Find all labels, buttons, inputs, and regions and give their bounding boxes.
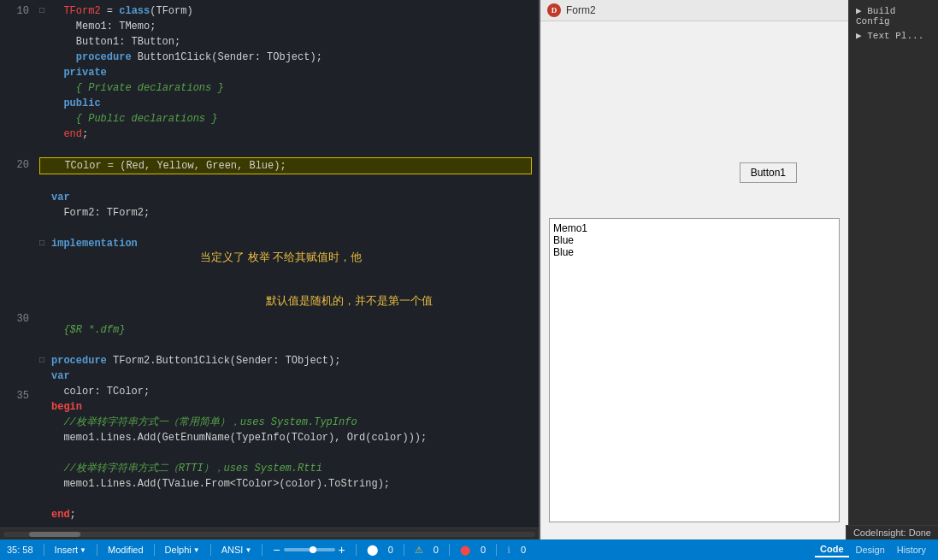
memo-line-1: Memo1 bbox=[553, 222, 835, 234]
code-line-38 bbox=[39, 492, 532, 507]
tab-history-button[interactable]: History bbox=[892, 543, 931, 557]
code-line-37: memo1.Lines.Add(TValue.From<TColor>(colo… bbox=[39, 476, 532, 492]
tab-code-button[interactable]: Code bbox=[815, 542, 849, 557]
code-lines[interactable]: □ TForm2 = class(TForm) Memo1: TMemo; Bu… bbox=[32, 0, 539, 526]
warning-count: 0 bbox=[434, 545, 439, 555]
encoding-label: ANSI bbox=[221, 545, 244, 555]
code-line-15: { Private declarations } bbox=[39, 80, 532, 96]
code-line-25: □ implementation 当定义了 枚举 不给其赋值时，他 bbox=[39, 236, 532, 280]
code-line-31: color: TColor; bbox=[39, 384, 532, 399]
code-line-22: var bbox=[39, 190, 532, 205]
code-line-28 bbox=[39, 338, 532, 353]
divider-9 bbox=[496, 544, 497, 556]
circle-indicator: ⬤ bbox=[367, 544, 378, 556]
code-line-29: □ procedure TForm2.Button1Click(Sender: … bbox=[39, 353, 532, 368]
divider-2 bbox=[97, 544, 97, 556]
insert-mode-label: Insert bbox=[55, 545, 79, 555]
code-line-16: public bbox=[39, 96, 532, 111]
code-line-23: Form2: TForm2; bbox=[39, 205, 532, 221]
code-line-30: var bbox=[39, 368, 532, 384]
zoom-number: 0 bbox=[388, 545, 393, 555]
divider-4 bbox=[210, 544, 211, 556]
form-button1[interactable]: Button1 bbox=[740, 162, 797, 183]
divider-8 bbox=[449, 544, 450, 556]
status-bar: 35: 58 Insert ▼ Modified Delphi ▼ ANSI ▼… bbox=[0, 539, 938, 560]
code-line-13: procedure Button1Click(Sender: TObject); bbox=[39, 50, 532, 65]
line-numbers: 10 20 bbox=[0, 0, 32, 499]
hint-icon: ℹ bbox=[507, 545, 510, 556]
error-count: 0 bbox=[481, 545, 486, 555]
code-line-17: { Public declarations } bbox=[39, 111, 532, 127]
error-icon: ⬤ bbox=[460, 545, 470, 556]
zoom-thumb bbox=[310, 546, 316, 553]
codeinsight-status: CodeInsight: Done bbox=[846, 525, 938, 539]
form-title: Form2 bbox=[566, 4, 596, 16]
divider-7 bbox=[404, 544, 404, 556]
code-line-36: //枚举转字符串方式二（RTTI），uses System.Rtti bbox=[39, 461, 532, 476]
code-line-10: □ TForm2 = class(TForm) bbox=[39, 3, 532, 19]
right-panel: ▶ Build Config ▶ Text Pl... bbox=[848, 0, 938, 539]
build-config-title: ▶ Build Config bbox=[852, 3, 935, 28]
main-area: 10 20 bbox=[0, 0, 938, 539]
memo-line-2: Blue bbox=[553, 234, 835, 246]
cursor-position: 35: 58 bbox=[7, 545, 33, 555]
form-memo1: Memo1 Blue Blue bbox=[549, 218, 840, 522]
scrollbar-thumb[interactable] bbox=[29, 532, 80, 537]
zoom-slider[interactable] bbox=[284, 548, 335, 551]
code-line-33: //枚举转字符串方式一（常用简单），uses System.TypInfo bbox=[39, 415, 532, 430]
divider-5 bbox=[262, 544, 263, 556]
annotation-text2: 默认值是随机的，并不是第一个值 bbox=[228, 280, 432, 323]
code-line-18: end; bbox=[39, 127, 532, 142]
language-wrapper[interactable]: Delphi ▼ bbox=[165, 545, 200, 555]
form-titlebar: Form2 bbox=[540, 0, 848, 21]
zoom-plus-button[interactable]: + bbox=[339, 543, 345, 557]
language-label: Delphi bbox=[165, 545, 192, 555]
view-tab-buttons[interactable]: Code Design History bbox=[815, 542, 931, 557]
insert-mode-arrow: ▼ bbox=[80, 546, 86, 554]
zoom-minus-button[interactable]: − bbox=[273, 543, 280, 557]
hint-count: 0 bbox=[521, 545, 526, 555]
code-line-27: {$R *.dfm} bbox=[39, 322, 532, 338]
scrollbar-track[interactable] bbox=[3, 532, 535, 537]
memo-line-3: Blue bbox=[553, 246, 835, 258]
form-body[interactable]: Button1 Memo1 Blue Blue bbox=[540, 21, 848, 539]
code-line-35 bbox=[39, 445, 532, 461]
code-line-14: private bbox=[39, 65, 532, 80]
zoom-controls[interactable]: − + bbox=[273, 543, 345, 557]
modified-label: Modified bbox=[108, 545, 144, 555]
text-platform-title: ▶ Text Pl... bbox=[852, 28, 935, 43]
form-preview-pane: Form2 Button1 Memo1 Blue Blue bbox=[539, 0, 848, 539]
warning-icon: ⚠ bbox=[415, 545, 423, 556]
code-line-26: 默认值是随机的，并不是第一个值 bbox=[39, 280, 532, 323]
divider-1 bbox=[44, 544, 44, 556]
code-line-24 bbox=[39, 221, 532, 236]
language-arrow: ▼ bbox=[193, 546, 200, 554]
modified-wrapper: Modified bbox=[108, 545, 144, 555]
annotation-text: 当定义了 枚举 不给其赋值时，他 bbox=[163, 236, 363, 280]
form-icon bbox=[547, 3, 561, 17]
encoding-wrapper[interactable]: ANSI ▼ bbox=[221, 545, 252, 555]
editor-content[interactable]: 10 20 bbox=[0, 0, 539, 528]
code-line-12: Button1: TButton; bbox=[39, 34, 532, 50]
insert-mode-wrapper[interactable]: Insert ▼ bbox=[55, 545, 86, 555]
fold-icon-11 bbox=[39, 19, 51, 34]
code-line-20: TColor = (Red, Yellow, Green, Blue); bbox=[39, 157, 532, 174]
editor-scrollbar[interactable] bbox=[0, 528, 539, 539]
code-line-21 bbox=[39, 174, 532, 190]
fold-icon: □ bbox=[39, 3, 51, 19]
code-line-39: end; bbox=[39, 507, 532, 522]
encoding-arrow: ▼ bbox=[245, 546, 251, 554]
divider-6 bbox=[356, 544, 357, 556]
code-line-19 bbox=[39, 142, 532, 157]
code-line-32: begin bbox=[39, 399, 532, 415]
code-line-34: memo1.Lines.Add(GetEnumName(TypeInfo(TCo… bbox=[39, 430, 532, 445]
divider-3 bbox=[154, 544, 155, 556]
editor-pane: 10 20 bbox=[0, 0, 539, 539]
tab-design-button[interactable]: Design bbox=[851, 543, 890, 557]
code-line-11: Memo1: TMemo; bbox=[39, 19, 532, 34]
